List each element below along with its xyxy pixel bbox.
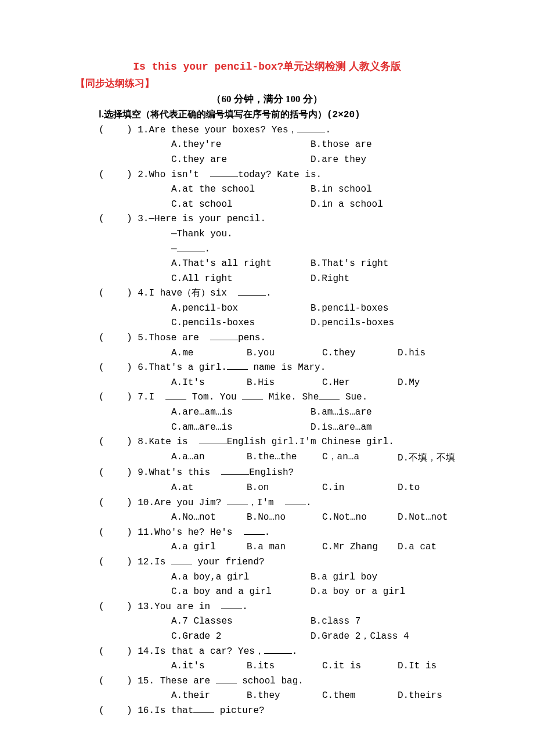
option-b[interactable]: B.pencil-boxes: [311, 301, 388, 316]
option-a[interactable]: A.No…not: [171, 510, 247, 525]
option-b[interactable]: B.they: [247, 689, 322, 704]
option-d[interactable]: D.is…are…am: [311, 420, 372, 435]
blank[interactable]: [221, 600, 242, 609]
option-d[interactable]: D.a cat: [398, 540, 436, 555]
blank[interactable]: [177, 242, 205, 251]
blank[interactable]: [244, 525, 265, 534]
option-d[interactable]: D.his: [398, 346, 425, 361]
option-b[interactable]: B.His: [247, 376, 322, 391]
question-4-options-row2: C.pencils-boxes D.pencils-boxes: [171, 316, 459, 331]
question-6: ( ) 6.That's a girl. name is Mary.: [99, 361, 459, 376]
blank[interactable]: [242, 391, 263, 399]
blank[interactable]: [238, 287, 266, 296]
blank[interactable]: [210, 332, 238, 340]
option-c[interactable]: C.am…are…is: [171, 420, 311, 435]
option-d[interactable]: D.It is: [398, 659, 436, 674]
option-b[interactable]: B.those are: [311, 138, 372, 153]
option-b[interactable]: B.am…is…are: [311, 405, 372, 420]
option-c[interactable]: C.they are: [171, 153, 311, 168]
option-b[interactable]: B.a girl boy: [311, 570, 377, 585]
option-b[interactable]: B.the…the: [247, 450, 322, 466]
question-5-options: A.me B.you C.they D.his: [171, 346, 459, 361]
option-d[interactable]: D.不填，不填: [398, 450, 455, 466]
option-a[interactable]: A.at: [171, 481, 247, 496]
blank[interactable]: [227, 361, 248, 370]
question-5: ( ) 5.Those are pens.: [99, 331, 459, 346]
option-c[interactable]: C.a boy and a girl: [171, 585, 311, 600]
question-3: ( ) 3.—Here is your pencil.: [99, 212, 459, 227]
option-d[interactable]: D.are they: [311, 153, 366, 168]
option-d[interactable]: D.theirs: [398, 689, 442, 704]
subheading: 【同步达纲练习】: [75, 75, 459, 91]
question-4: ( ) 4.I have（有）six .: [99, 286, 459, 301]
option-b[interactable]: B.a man: [247, 540, 322, 555]
question-1: ( ) 1.Are these your boxes? Yes，.: [99, 123, 459, 138]
blank[interactable]: [319, 391, 340, 399]
title-chinese: 单元达纲检测 人教义务版: [283, 60, 401, 72]
option-d[interactable]: D.My: [398, 376, 420, 391]
option-c[interactable]: C.it is: [322, 659, 398, 674]
blank[interactable]: [221, 466, 249, 475]
option-b[interactable]: B.on: [247, 481, 322, 496]
option-a[interactable]: A.a boy,a girl: [171, 570, 311, 585]
option-c[interactable]: C.Mr Zhang: [322, 540, 398, 555]
question-3-options-row2: C.All right D.Right: [171, 272, 459, 287]
option-b[interactable]: B.you: [247, 346, 322, 361]
question-7-options: A.are…am…is B.am…is…are: [171, 405, 459, 420]
blank[interactable]: [216, 674, 237, 683]
option-b[interactable]: B.class 7: [311, 614, 360, 629]
option-a[interactable]: A.a…an: [171, 450, 247, 466]
option-b[interactable]: B.its: [247, 659, 322, 674]
option-a[interactable]: A.pencil-box: [171, 301, 311, 316]
option-a[interactable]: A.It's: [171, 376, 247, 391]
option-a[interactable]: A.are…am…is: [171, 405, 311, 420]
option-c[interactable]: C.them: [322, 689, 398, 704]
blank[interactable]: [285, 496, 306, 505]
blank[interactable]: [264, 645, 292, 653]
option-a[interactable]: A.7 Classes: [171, 614, 311, 629]
option-c[interactable]: C.Her: [322, 376, 398, 391]
option-a[interactable]: A.me: [171, 346, 247, 361]
title-english: Is this your pencil-box?: [133, 61, 283, 73]
option-d[interactable]: D.Grade 2，Class 4: [311, 629, 409, 645]
blank[interactable]: [171, 556, 192, 564]
option-a[interactable]: A.That's all right: [171, 257, 311, 272]
question-1-options-row2: C.they are D.are they: [171, 153, 459, 168]
option-c[interactable]: C.pencils-boxes: [171, 316, 311, 331]
option-d[interactable]: D.Right: [311, 272, 349, 287]
option-b[interactable]: B.That's right: [311, 257, 388, 272]
option-a[interactable]: A.they're: [171, 138, 311, 153]
blank[interactable]: [199, 435, 227, 444]
question-13-options-row2: C.Grade 2 D.Grade 2，Class 4: [171, 629, 459, 645]
blank[interactable]: [193, 704, 214, 713]
question-8: ( ) 8.Kate is English girl.I'm Chinese g…: [99, 435, 459, 450]
option-d[interactable]: D.in a school: [311, 197, 383, 213]
option-c[interactable]: C，an…a: [322, 450, 398, 466]
option-b[interactable]: B.No…no: [247, 510, 322, 525]
blank[interactable]: [297, 123, 325, 132]
option-d[interactable]: D.to: [398, 481, 420, 496]
option-c[interactable]: C.at school: [171, 197, 311, 213]
option-c[interactable]: C.in: [322, 481, 398, 496]
question-12: ( ) 12.Is your friend?: [99, 555, 459, 570]
option-c[interactable]: C.Not…no: [322, 510, 398, 525]
option-d[interactable]: D.Not…not: [398, 510, 448, 525]
page-title: Is this your pencil-box?单元达纲检测 人教义务版: [75, 58, 459, 75]
option-d[interactable]: D.pencils-boxes: [311, 316, 394, 331]
question-13-options: A.7 Classes B.class 7: [171, 614, 459, 629]
option-a[interactable]: A.their: [171, 689, 247, 704]
option-a[interactable]: A.at the school: [171, 182, 311, 197]
blank[interactable]: [210, 168, 238, 177]
option-c[interactable]: C.All right: [171, 272, 311, 287]
option-c[interactable]: C.Grade 2: [171, 629, 311, 645]
option-b[interactable]: B.in school: [311, 182, 372, 197]
blank[interactable]: [165, 391, 186, 399]
option-a[interactable]: A.it's: [171, 659, 247, 674]
question-11: ( ) 11.Who's he? He's .: [99, 525, 459, 541]
option-a[interactable]: A.a girl: [171, 540, 247, 555]
question-6-options: A.It's B.His C.Her D.My: [171, 376, 459, 391]
question-4-options: A.pencil-box B.pencil-boxes: [171, 301, 459, 316]
option-c[interactable]: C.they: [322, 346, 398, 361]
blank[interactable]: [227, 496, 248, 505]
option-d[interactable]: D.a boy or a girl: [311, 585, 405, 600]
